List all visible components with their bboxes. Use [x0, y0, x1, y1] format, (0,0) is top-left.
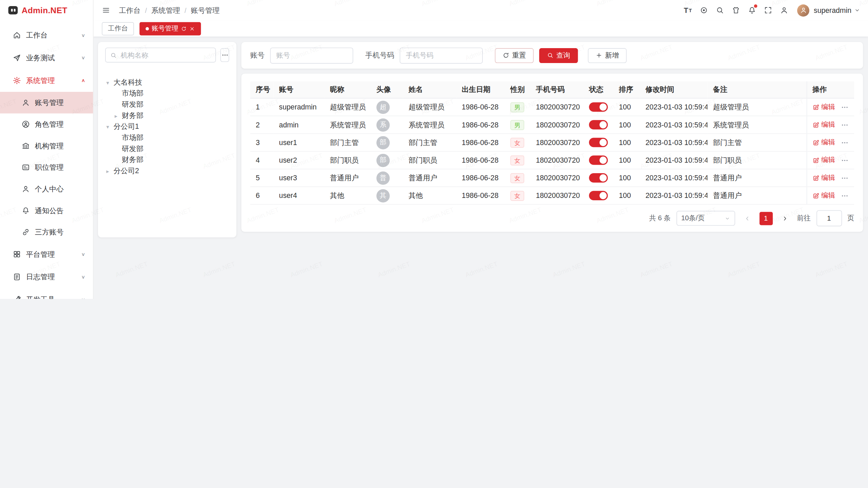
tree-node[interactable]: ▾大名科技 — [105, 77, 229, 88]
fullscreen-button[interactable] — [761, 0, 775, 20]
tree-node[interactable]: 财务部 — [105, 155, 229, 166]
sidebar-item-third-party-account[interactable]: 三方账号 — [0, 221, 93, 243]
close-tab-icon[interactable] — [189, 26, 195, 31]
more-actions-button[interactable] — [841, 174, 848, 182]
tree-node[interactable]: 市场部 — [105, 88, 229, 99]
tree-node[interactable]: ▾分公司1 — [105, 121, 229, 133]
phone-input[interactable] — [400, 47, 483, 63]
remark-value: 部门职员 — [713, 156, 742, 164]
edit-button[interactable]: 编辑 — [812, 120, 835, 129]
tree-node[interactable]: 研发部 — [105, 99, 229, 110]
sidebar-item-position-management[interactable]: 职位管理 — [0, 157, 93, 178]
record-button[interactable] — [696, 0, 711, 20]
next-page-button[interactable] — [778, 211, 791, 225]
reset-button[interactable]: 重置 — [495, 48, 534, 63]
table-row: 5user3普通用户普普通用户1986-06-28女18020030720100… — [250, 169, 854, 187]
remark-value: 普通用户 — [713, 174, 742, 182]
status-toggle[interactable] — [589, 191, 608, 200]
caret-right-icon[interactable]: ▸ — [115, 113, 122, 119]
tree-node[interactable]: ▸财务部 — [105, 110, 229, 121]
org-search-row — [105, 47, 229, 62]
status-toggle[interactable] — [589, 138, 608, 147]
sidebar-item-role-management[interactable]: 角色管理 — [0, 114, 93, 135]
caret-down-icon[interactable]: ▾ — [106, 124, 113, 130]
page-unit-label: 页 — [847, 214, 854, 223]
goto-page-input[interactable] — [816, 210, 842, 226]
search-icon — [716, 6, 724, 14]
account-value: superadmin — [279, 103, 317, 111]
status-toggle[interactable] — [589, 102, 608, 112]
ellipsis-icon — [841, 192, 848, 200]
avatar-user-icon — [800, 7, 807, 14]
more-actions-button[interactable] — [841, 139, 848, 146]
edit-button[interactable]: 编辑 — [812, 156, 835, 165]
edit-button[interactable]: 编辑 — [812, 102, 835, 112]
theme-skin-button[interactable] — [729, 0, 744, 20]
profile-button[interactable] — [777, 0, 792, 20]
sidebar-item-workbench[interactable]: 工作台∨ — [0, 24, 93, 46]
sidebar-item-platform-management[interactable]: 平台管理∨ — [0, 243, 93, 266]
phone-label: 手机号码 — [366, 50, 394, 60]
gender-badge: 女 — [510, 190, 524, 200]
sidebar-item-business-test[interactable]: 业务测试∨ — [0, 46, 93, 69]
birthdate-value: 1986-06-28 — [462, 174, 499, 182]
user-avatar[interactable] — [797, 4, 809, 16]
more-actions-button[interactable] — [841, 156, 848, 164]
collapse-menu-button[interactable] — [99, 0, 114, 20]
sidebar-item-account-management[interactable]: 账号管理 — [0, 92, 93, 114]
breadcrumb-item-workbench[interactable]: 工作台 — [119, 5, 141, 15]
username[interactable]: superadmin — [814, 6, 851, 14]
column-header: 昵称 — [324, 81, 371, 98]
tab-workbench[interactable]: 工作台 — [102, 22, 134, 35]
edit-button[interactable]: 编辑 — [812, 191, 835, 200]
tree-node-label: 研发部 — [122, 100, 143, 109]
app-logo[interactable]: Admin.NET — [0, 0, 93, 20]
text-size-button[interactable]: TT — [680, 0, 695, 20]
more-actions-button[interactable] — [841, 103, 848, 111]
org-name-input[interactable] — [120, 50, 211, 59]
edit-button[interactable]: 编辑 — [812, 173, 835, 183]
prev-page-button[interactable] — [741, 211, 754, 225]
page-size-select[interactable]: 10条/页 — [676, 211, 735, 226]
sidebar-item-org-management[interactable]: 机构管理 — [0, 135, 93, 157]
org-search-box[interactable] — [105, 47, 216, 62]
refresh-tab-icon[interactable] — [181, 26, 186, 31]
breadcrumb-item-system[interactable]: 系统管理 — [151, 5, 180, 15]
main-column: 工作台 / 系统管理 / 账号管理 TT superadmin — [93, 0, 868, 299]
tab-account-management[interactable]: 账号管理 — [139, 22, 201, 35]
sidebar-item-log-management[interactable]: 日志管理∨ — [0, 266, 93, 288]
global-search-button[interactable] — [712, 0, 727, 20]
sidebar-item-notice-announcement[interactable]: 通知公告 — [0, 200, 93, 221]
caret-right-icon[interactable]: ▸ — [106, 168, 113, 174]
sidebar-item-system-management[interactable]: 系统管理∧ — [0, 69, 93, 92]
page-1-button[interactable]: 1 — [759, 211, 772, 225]
status-toggle[interactable] — [589, 173, 608, 183]
sort-value: 100 — [619, 174, 631, 182]
search-icon — [110, 52, 117, 59]
org-more-button[interactable] — [220, 48, 229, 62]
tree-node[interactable]: 研发部 — [105, 143, 229, 155]
table-row: 4user2部门职员部部门职员1986-06-28女18020030720100… — [250, 151, 854, 169]
notification-button[interactable] — [745, 0, 760, 20]
status-toggle[interactable] — [589, 120, 608, 129]
chevron-down-icon[interactable] — [854, 7, 860, 13]
chevron-down-icon: ∨ — [81, 252, 85, 257]
edit-icon — [812, 121, 819, 128]
add-button[interactable]: 新增 — [588, 48, 627, 63]
sidebar-item-dev-tools[interactable]: 开发工具∨ — [0, 288, 93, 299]
tree-node[interactable]: 市场部 — [105, 132, 229, 143]
sidebar-item-personal-center[interactable]: 个人中心 — [0, 178, 93, 200]
tree-node[interactable]: ▸分公司2 — [105, 165, 229, 177]
phone-value: 18020030720 — [536, 156, 580, 164]
edit-button[interactable]: 编辑 — [812, 138, 835, 147]
more-actions-button[interactable] — [841, 192, 848, 200]
caret-down-icon[interactable]: ▾ — [106, 79, 113, 85]
search-button[interactable]: 查询 — [539, 48, 578, 63]
name-value: 其他 — [409, 191, 423, 199]
account-input[interactable] — [270, 47, 353, 63]
modified-time: 2023-01-03 10:59:44 — [646, 174, 708, 182]
table-header-row: 序号账号昵称头像姓名出生日期性别手机号码状态排序修改时间备注操作 — [250, 81, 854, 98]
modified-time: 2023-01-03 10:59:44 — [646, 138, 708, 146]
status-toggle[interactable] — [589, 156, 608, 165]
more-actions-button[interactable] — [841, 121, 848, 129]
